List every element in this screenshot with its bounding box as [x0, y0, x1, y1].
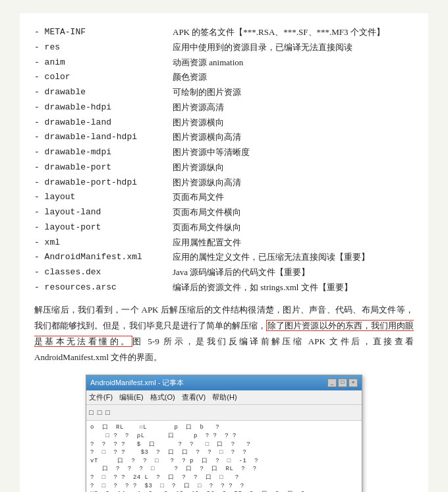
file-row: - xml应用属性配置文件: [34, 235, 414, 251]
file-desc: 应用中使用到的资源目录，已编译无法直接阅读: [173, 40, 414, 55]
file-desc: 图片资源中等清晰度: [173, 145, 414, 160]
file-row: - layout-land页面布局文件横向: [34, 205, 414, 220]
file-desc: 图片资源纵向: [173, 160, 414, 175]
file-name: - layout-port: [34, 220, 173, 235]
file-table: - META-INFAPK 的签名文件【***.RSA、***.SF、***.M…: [34, 25, 414, 295]
notepad-title: AndroidManifest.xml - 记事本: [90, 377, 184, 389]
file-desc: 页面布局文件纵向: [173, 220, 414, 235]
file-row: - layout页面布局文件: [34, 190, 414, 205]
file-desc: 应用属性配置文件: [173, 235, 414, 251]
file-name: - classes.dex: [34, 265, 173, 280]
toolbar-btn-2[interactable]: □: [98, 406, 102, 419]
maximize-button[interactable]: □: [338, 379, 347, 387]
close-button[interactable]: ×: [349, 379, 358, 387]
file-desc: APK 的签名文件【***.RSA、***.SF、***.MF3 个文件】: [173, 25, 414, 40]
toolbar-btn-3[interactable]: □: [105, 406, 110, 419]
file-row: - res应用中使用到的资源目录，已编译无法直接阅读: [34, 40, 414, 55]
menu-view[interactable]: 查看(V): [182, 391, 206, 404]
file-name: - drawable-port-hdpi: [34, 175, 173, 191]
file-row: - drawable-land图片资源横向: [34, 115, 414, 131]
file-row: - AndroidManifest.xml应用的属性定义文件，已压缩无法直接阅读…: [34, 250, 414, 265]
file-desc: 应用的属性定义文件，已压缩无法直接阅读【重要】: [173, 250, 414, 265]
file-row: - drawable-hdpi图片资源高清: [34, 100, 414, 115]
file-name: - META-INF: [34, 25, 173, 40]
titlebar-controls: _ □ ×: [327, 379, 358, 387]
file-row: - classes.dexJava 源码编译后的代码文件【重要】: [34, 265, 414, 280]
main-paragraph: 解压缩后，我们看到，一个 APK 后解压缩后的文件结构很清楚，图片、声音、代码、…: [34, 302, 414, 365]
file-row: - drawable可绘制的图片资源: [34, 85, 414, 100]
file-row: - resources.arsc编译后的资源文件，如 strings.xml 文…: [34, 280, 414, 295]
content-area: - META-INFAPK 的签名文件【***.RSA、***.SF、***.M…: [20, 13, 428, 492]
file-name: - drawable-port: [34, 160, 173, 175]
file-desc: 颜色资源: [173, 70, 414, 85]
file-desc: 图片资源高清: [173, 100, 414, 115]
file-name: - drawable-hdpi: [34, 100, 173, 115]
file-name: - res: [34, 40, 173, 55]
menu-format[interactable]: 格式(O): [150, 391, 175, 404]
file-row: - anim动画资源 animation: [34, 55, 414, 71]
file-row: - drawable-port图片资源纵向: [34, 160, 414, 175]
file-row: - layout-port页面布局文件纵向: [34, 220, 414, 235]
file-name: - AndroidManifest.xml: [34, 250, 173, 265]
file-desc: 可绘制的图片资源: [173, 85, 414, 100]
file-desc: 编译后的资源文件，如 strings.xml 文件【重要】: [173, 280, 414, 295]
file-desc: Java 源码编译后的代码文件【重要】: [173, 265, 414, 280]
file-row: - META-INFAPK 的签名文件【***.RSA、***.SF、***.M…: [34, 25, 414, 40]
file-name: - layout-land: [34, 205, 173, 220]
file-row: - drawable-mdpi图片资源中等清晰度: [34, 145, 414, 160]
menu-edit[interactable]: 编辑(E): [119, 391, 144, 404]
minimize-button[interactable]: _: [327, 379, 337, 387]
file-desc: 图片资源纵向高清: [173, 175, 414, 191]
notepad-titlebar: AndroidManifest.xml - 记事本 _ □ ×: [86, 375, 362, 390]
menu-file[interactable]: 文件(F): [89, 391, 113, 404]
file-name: - anim: [34, 55, 173, 71]
notepad-content: ο 口 RL ∩L p 口 b ? □ ? ? ρL 口 p ? ? ? ? ?…: [86, 421, 362, 492]
file-name: - drawable: [34, 85, 173, 100]
file-row: - drawable-port-hdpi图片资源纵向高清: [34, 175, 414, 191]
file-desc: 图片资源横向高清: [173, 130, 414, 145]
figure-container: AndroidManifest.xml - 记事本 _ □ × 文件(F) 编辑…: [34, 375, 414, 492]
file-desc: 图片资源横向: [173, 115, 414, 131]
file-name: - resources.arsc: [34, 280, 173, 295]
toolbar-btn-1[interactable]: □: [89, 406, 94, 419]
file-name: - xml: [34, 235, 173, 251]
file-name: - drawable-land-hdpi: [34, 130, 173, 145]
menu-help[interactable]: 帮助(H): [212, 391, 237, 404]
file-name: - drawable-mdpi: [34, 145, 173, 160]
notepad-toolbar: □ □ □: [86, 405, 362, 421]
file-desc: 动画资源 animation: [173, 55, 414, 71]
file-desc: 页面布局文件: [173, 190, 414, 205]
notepad-menubar: 文件(F) 编辑(E) 格式(O) 查看(V) 帮助(H): [86, 390, 362, 405]
file-row: - color颜色资源: [34, 70, 414, 85]
notepad-window: AndroidManifest.xml - 记事本 _ □ × 文件(F) 编辑…: [86, 375, 362, 492]
file-desc: 页面布局文件横向: [173, 205, 414, 220]
file-name: - drawable-land: [34, 115, 173, 131]
file-name: - color: [34, 70, 173, 85]
file-name: - layout: [34, 190, 173, 205]
file-row: - drawable-land-hdpi图片资源横向高清: [34, 130, 414, 145]
